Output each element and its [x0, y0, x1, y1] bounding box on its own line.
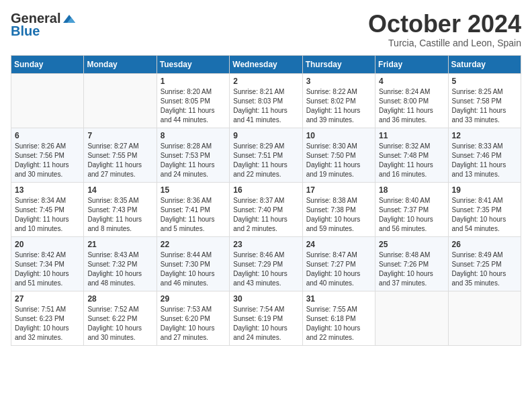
calendar-cell [84, 73, 157, 128]
day-number: 30 [233, 294, 298, 304]
day-info: Sunrise: 8:37 AMSunset: 7:40 PMDaylight:… [233, 196, 298, 234]
calendar-cell: 26Sunrise: 8:49 AMSunset: 7:25 PMDayligh… [448, 236, 521, 291]
header-wednesday: Wednesday [230, 55, 302, 73]
calendar-cell: 9Sunrise: 8:29 AMSunset: 7:51 PMDaylight… [230, 128, 302, 182]
calendar-week-row: 13Sunrise: 8:34 AMSunset: 7:45 PMDayligh… [11, 182, 521, 236]
day-info: Sunrise: 8:24 AMSunset: 8:00 PMDaylight:… [379, 87, 444, 125]
calendar-cell: 23Sunrise: 8:46 AMSunset: 7:29 PMDayligh… [230, 236, 302, 291]
day-number: 7 [87, 131, 152, 140]
day-number: 16 [233, 185, 298, 195]
day-number: 25 [379, 240, 444, 249]
calendar-cell: 24Sunrise: 8:47 AMSunset: 7:27 PMDayligh… [302, 236, 375, 291]
calendar-cell: 30Sunrise: 7:54 AMSunset: 6:19 PMDayligh… [230, 291, 302, 345]
calendar-cell: 11Sunrise: 8:32 AMSunset: 7:48 PMDayligh… [375, 128, 448, 182]
calendar-cell: 4Sunrise: 8:24 AMSunset: 8:00 PMDaylight… [375, 73, 448, 128]
day-info: Sunrise: 8:20 AMSunset: 8:05 PMDaylight:… [161, 87, 226, 125]
day-number: 28 [87, 294, 152, 304]
day-number: 29 [161, 294, 226, 304]
day-number: 24 [306, 240, 371, 249]
calendar-cell: 18Sunrise: 8:40 AMSunset: 7:37 PMDayligh… [375, 182, 448, 236]
day-number: 23 [233, 240, 298, 249]
logo: General Blue [11, 11, 78, 39]
calendar-week-row: 6Sunrise: 8:26 AMSunset: 7:56 PMDaylight… [11, 128, 521, 182]
day-info: Sunrise: 7:52 AMSunset: 6:22 PMDaylight:… [87, 305, 152, 342]
calendar-cell: 27Sunrise: 7:51 AMSunset: 6:23 PMDayligh… [11, 291, 84, 345]
day-info: Sunrise: 7:51 AMSunset: 6:23 PMDaylight:… [15, 305, 80, 342]
day-number: 8 [161, 131, 226, 140]
day-info: Sunrise: 8:22 AMSunset: 8:02 PMDaylight:… [306, 87, 371, 125]
day-info: Sunrise: 8:27 AMSunset: 7:55 PMDaylight:… [87, 142, 152, 179]
calendar-cell: 21Sunrise: 8:43 AMSunset: 7:32 PMDayligh… [84, 236, 157, 291]
calendar-cell [11, 73, 84, 128]
calendar-cell: 7Sunrise: 8:27 AMSunset: 7:55 PMDaylight… [84, 128, 157, 182]
day-info: Sunrise: 8:48 AMSunset: 7:26 PMDaylight:… [379, 250, 444, 288]
calendar-cell: 1Sunrise: 8:20 AMSunset: 8:05 PMDaylight… [157, 73, 229, 128]
day-info: Sunrise: 7:54 AMSunset: 6:19 PMDaylight:… [233, 305, 298, 342]
calendar-cell: 12Sunrise: 8:33 AMSunset: 7:46 PMDayligh… [448, 128, 521, 182]
calendar-cell: 22Sunrise: 8:44 AMSunset: 7:30 PMDayligh… [157, 236, 229, 291]
day-number: 13 [15, 185, 80, 195]
day-number: 1 [161, 77, 226, 86]
logo-icon [62, 13, 77, 24]
day-number: 10 [306, 131, 371, 140]
day-info: Sunrise: 8:38 AMSunset: 7:38 PMDaylight:… [306, 196, 371, 234]
day-info: Sunrise: 8:47 AMSunset: 7:27 PMDaylight:… [306, 250, 371, 288]
calendar-cell [448, 291, 521, 345]
day-info: Sunrise: 8:28 AMSunset: 7:53 PMDaylight:… [161, 142, 226, 179]
calendar-cell: 20Sunrise: 8:42 AMSunset: 7:34 PMDayligh… [11, 236, 84, 291]
calendar-week-row: 27Sunrise: 7:51 AMSunset: 6:23 PMDayligh… [11, 291, 521, 345]
day-info: Sunrise: 8:40 AMSunset: 7:37 PMDaylight:… [379, 196, 444, 234]
header-tuesday: Tuesday [157, 55, 229, 73]
calendar-cell: 31Sunrise: 7:55 AMSunset: 6:18 PMDayligh… [302, 291, 375, 345]
day-info: Sunrise: 8:41 AMSunset: 7:35 PMDaylight:… [452, 196, 517, 234]
day-info: Sunrise: 8:21 AMSunset: 8:03 PMDaylight:… [233, 87, 298, 125]
day-number: 20 [15, 240, 80, 249]
day-number: 11 [379, 131, 444, 140]
calendar-table: SundayMondayTuesdayWednesdayThursdayFrid… [11, 55, 521, 346]
day-number: 27 [15, 294, 80, 304]
location: Turcia, Castille and Leon, Spain [368, 38, 521, 48]
logo-blue-text: Blue [11, 24, 40, 39]
calendar-week-row: 20Sunrise: 8:42 AMSunset: 7:34 PMDayligh… [11, 236, 521, 291]
day-number: 5 [452, 77, 517, 86]
day-number: 3 [306, 77, 371, 86]
day-info: Sunrise: 8:33 AMSunset: 7:46 PMDaylight:… [452, 142, 517, 179]
month-title: October 2024 [368, 11, 521, 38]
calendar-cell: 29Sunrise: 7:53 AMSunset: 6:20 PMDayligh… [157, 291, 229, 345]
day-info: Sunrise: 8:29 AMSunset: 7:51 PMDaylight:… [233, 142, 298, 179]
day-info: Sunrise: 7:55 AMSunset: 6:18 PMDaylight:… [306, 305, 371, 342]
calendar-cell: 2Sunrise: 8:21 AMSunset: 8:03 PMDaylight… [230, 73, 302, 128]
calendar-cell: 14Sunrise: 8:35 AMSunset: 7:43 PMDayligh… [84, 182, 157, 236]
day-number: 2 [233, 77, 298, 86]
day-info: Sunrise: 8:35 AMSunset: 7:43 PMDaylight:… [87, 196, 152, 234]
day-info: Sunrise: 8:25 AMSunset: 7:58 PMDaylight:… [452, 87, 517, 125]
day-number: 19 [452, 185, 517, 195]
day-info: Sunrise: 8:46 AMSunset: 7:29 PMDaylight:… [233, 250, 298, 288]
day-number: 26 [452, 240, 517, 249]
day-number: 15 [161, 185, 226, 195]
calendar-cell: 25Sunrise: 8:48 AMSunset: 7:26 PMDayligh… [375, 236, 448, 291]
day-info: Sunrise: 8:26 AMSunset: 7:56 PMDaylight:… [15, 142, 80, 179]
calendar-week-row: 1Sunrise: 8:20 AMSunset: 8:05 PMDaylight… [11, 73, 521, 128]
header-friday: Friday [375, 55, 448, 73]
day-number: 14 [87, 185, 152, 195]
day-info: Sunrise: 8:44 AMSunset: 7:30 PMDaylight:… [161, 250, 226, 288]
day-number: 4 [379, 77, 444, 86]
day-number: 22 [161, 240, 226, 249]
calendar-cell: 5Sunrise: 8:25 AMSunset: 7:58 PMDaylight… [448, 73, 521, 128]
calendar-cell: 6Sunrise: 8:26 AMSunset: 7:56 PMDaylight… [11, 128, 84, 182]
day-info: Sunrise: 8:30 AMSunset: 7:50 PMDaylight:… [306, 142, 371, 179]
day-number: 21 [87, 240, 152, 249]
calendar-cell: 15Sunrise: 8:36 AMSunset: 7:41 PMDayligh… [157, 182, 229, 236]
day-info: Sunrise: 8:42 AMSunset: 7:34 PMDaylight:… [15, 250, 80, 288]
day-number: 18 [379, 185, 444, 195]
header-sunday: Sunday [11, 55, 84, 73]
day-info: Sunrise: 8:34 AMSunset: 7:45 PMDaylight:… [15, 196, 80, 234]
calendar-cell: 17Sunrise: 8:38 AMSunset: 7:38 PMDayligh… [302, 182, 375, 236]
day-number: 6 [15, 131, 80, 140]
day-number: 12 [452, 131, 517, 140]
calendar-cell: 10Sunrise: 8:30 AMSunset: 7:50 PMDayligh… [302, 128, 375, 182]
day-info: Sunrise: 8:36 AMSunset: 7:41 PMDaylight:… [161, 196, 226, 234]
calendar-cell: 28Sunrise: 7:52 AMSunset: 6:22 PMDayligh… [84, 291, 157, 345]
header-saturday: Saturday [448, 55, 521, 73]
